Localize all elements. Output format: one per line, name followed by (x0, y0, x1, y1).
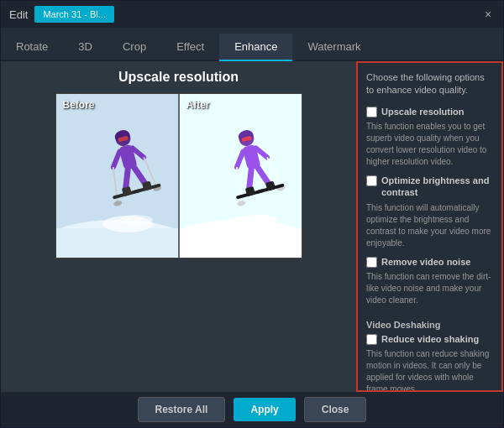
before-image (56, 94, 178, 258)
bottom-bar: Restore All Apply Close (1, 392, 503, 427)
deshake-desc: This function can reduce shaking motion … (366, 348, 493, 392)
brightness-checkbox[interactable] (366, 175, 377, 186)
tab-effect[interactable]: Effect (161, 34, 219, 61)
tab-3d[interactable]: 3D (63, 34, 108, 61)
option-noise: Remove video noise This function can rem… (366, 256, 493, 306)
option-deshake-header: Reduce video shaking (366, 333, 493, 345)
svg-point-41 (243, 215, 276, 225)
deshake-checkbox[interactable] (366, 334, 377, 345)
svg-rect-23 (180, 228, 302, 258)
after-image (180, 94, 302, 258)
tab-enhance[interactable]: Enhance (219, 34, 292, 61)
file-tab[interactable]: March 31 - Bl... (34, 6, 114, 23)
tab-bar: Rotate 3D Crop Effect Enhance Watermark (1, 28, 503, 61)
noise-desc: This function can remove the dirt-like v… (366, 271, 493, 306)
option-brightness: Optimize brightness and contrast This fu… (366, 175, 493, 249)
title-bar: Edit March 31 - Bl... × (1, 1, 503, 28)
upscale-desc: This function enables you to get superb … (366, 121, 493, 168)
option-brightness-header: Optimize brightness and contrast (366, 175, 493, 199)
after-preview: After (180, 94, 302, 258)
right-panel: Choose the following options to enhance … (356, 61, 503, 392)
preview-title: Upscale resolution (118, 70, 239, 85)
brightness-title: Optimize brightness and contrast (381, 175, 493, 199)
before-preview: Before (56, 94, 178, 258)
close-button[interactable]: Close (304, 397, 367, 422)
edit-window: Edit March 31 - Bl... × Rotate 3D Crop E… (0, 0, 504, 428)
option-upscale: Upscale resolution This function enables… (366, 106, 493, 168)
title-bar-left: Edit March 31 - Bl... (9, 6, 114, 23)
tab-crop[interactable]: Crop (108, 34, 161, 61)
preview-area: Upscale resolution Before (1, 61, 356, 392)
before-after-container: Before (55, 93, 302, 258)
noise-title: Remove video noise (381, 256, 470, 268)
apply-button[interactable]: Apply (234, 398, 295, 421)
window-close-button[interactable]: × (481, 8, 495, 21)
option-deshake: Reduce video shaking This function can r… (366, 333, 493, 392)
svg-point-20 (119, 215, 153, 225)
brightness-desc: This function will automatically optimiz… (366, 202, 493, 249)
panel-description: Choose the following options to enhance … (366, 71, 493, 97)
before-label: Before (63, 99, 95, 111)
restore-all-button[interactable]: Restore All (138, 397, 226, 422)
upscale-checkbox[interactable] (366, 107, 377, 117)
option-noise-header: Remove video noise (366, 256, 493, 268)
svg-rect-2 (56, 228, 178, 258)
noise-checkbox[interactable] (366, 257, 377, 268)
deshake-title: Reduce video shaking (381, 333, 479, 345)
deshaking-section-header: Video Deshaking (366, 320, 493, 330)
tab-rotate[interactable]: Rotate (1, 34, 63, 61)
main-content: Upscale resolution Before (1, 61, 503, 392)
window-title: Edit (9, 8, 28, 21)
tab-watermark[interactable]: Watermark (292, 34, 375, 61)
option-upscale-header: Upscale resolution (366, 106, 493, 117)
after-label: After (186, 99, 210, 111)
upscale-title: Upscale resolution (381, 106, 464, 117)
